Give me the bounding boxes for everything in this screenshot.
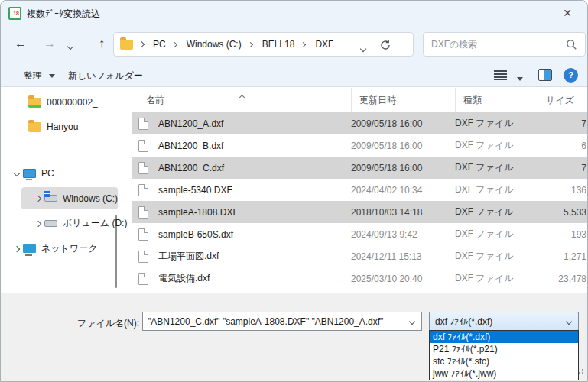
chevron-right-icon — [300, 41, 306, 47]
table-row[interactable]: ABN1200_B.dxf 2009/05/18 16:00 DXF ファイル … — [132, 134, 588, 157]
drive-icon — [44, 195, 57, 202]
chevron-down-icon — [67, 44, 73, 50]
table-row[interactable]: sampleA-1808.DXF 2018/10/03 14:18 DXF ファ… — [132, 201, 588, 223]
chevron-down-icon — [360, 46, 366, 52]
sidebar-quick-access: 000000002_ Hanyou — [1, 90, 132, 139]
search-input[interactable] — [431, 37, 561, 51]
chevron-down-icon[interactable] — [409, 318, 415, 324]
sidebar-item[interactable]: ネットワーク — [1, 236, 132, 261]
chevron-right-icon — [248, 41, 253, 47]
file-icon — [138, 184, 148, 196]
table-row[interactable]: ABN1200_C.dxf 2009/05/18 16:00 DXF ファイル … — [132, 157, 588, 179]
file-icon — [138, 162, 148, 174]
filetype-combobox[interactable]: dxf ﾌｧｲﾙ(*.dxf) — [429, 312, 579, 331]
up-button[interactable]: ↑ — [91, 31, 112, 57]
back-icon: ← — [15, 37, 27, 50]
filetype-dropdown: dxf ﾌｧｲﾙ(*.dxf) P21 ﾌｧｲﾙ(*.p21) sfc ﾌｧｲﾙ… — [429, 330, 579, 380]
organize-button[interactable]: 整理 — [19, 66, 60, 85]
chevron-icon — [34, 220, 41, 226]
list-header: 名前 更新日時 種類 サイズ — [132, 88, 588, 112]
folder-icon — [120, 40, 133, 50]
folder-icon — [28, 122, 41, 132]
tree-expander[interactable] — [10, 247, 23, 251]
window-chrome: 18 複数ﾃﾞｰﾀ変換読込 ✕ ← → ↑ — [1, 1, 588, 87]
caret-down-icon — [49, 74, 55, 78]
sidebar-item[interactable]: PC — [1, 160, 132, 186]
preview-pane-icon[interactable] — [538, 69, 552, 81]
close-button[interactable]: ✕ — [558, 5, 577, 21]
dropdown-option[interactable]: dxf ﾌｧｲﾙ(*.dxf) — [430, 331, 578, 343]
chevron-down-icon — [566, 318, 572, 324]
table-row[interactable]: sampleB-650S.dxf 2024/09/13 9:42 DXF ファイ… — [132, 223, 588, 245]
command-bar: 整理 新しいフォルダー ? — [1, 63, 588, 86]
breadcrumb-item[interactable]: BELL18 — [258, 37, 311, 51]
file-icon — [138, 118, 148, 130]
dropdown-option[interactable]: sfc ﾌｧｲﾙ(*.sfc) — [430, 355, 578, 367]
caret-down-icon — [517, 77, 523, 81]
refresh-icon — [379, 39, 391, 51]
up-icon: ↑ — [99, 37, 105, 50]
chevron-icon — [13, 170, 19, 176]
new-folder-button[interactable]: 新しいフォルダー — [63, 66, 148, 85]
file-icon — [138, 206, 148, 219]
file-rows: ABN1200_A.dxf 2009/05/18 16:00 DXF ファイル … — [132, 112, 588, 290]
column-header-size[interactable]: サイズ — [538, 88, 588, 112]
search-icon — [566, 39, 577, 50]
breadcrumb-item[interactable]: Windows (C:) — [182, 37, 258, 51]
column-header-date[interactable]: 更新日時 — [351, 88, 455, 112]
table-row[interactable]: 工場平面図.dxf 2024/12/11 15:13 DXF ファイル 1,27… — [132, 245, 588, 267]
dropdown-option[interactable]: jww ﾌｧｲﾙ(*.jww) — [430, 367, 578, 380]
column-header-type[interactable]: 種類 — [455, 88, 538, 112]
window-title: 複数ﾃﾞｰﾀ変換読込 — [27, 8, 100, 21]
back-button[interactable]: ← — [10, 31, 31, 57]
folder-icon — [28, 98, 41, 108]
refresh-button[interactable] — [379, 39, 391, 51]
sidebar-item[interactable]: Hanyou — [1, 115, 132, 139]
forward-icon: → — [44, 37, 56, 50]
chevron-icon — [34, 195, 41, 201]
app-icon: 18 — [8, 7, 21, 20]
chevron-right-icon — [138, 41, 145, 47]
table-row[interactable]: 電気設備.dxf 2025/03/10 20:40 DXF ファイル 23,47… — [132, 267, 588, 290]
breadcrumb-item[interactable]: DXF — [310, 37, 338, 51]
column-header-name[interactable]: 名前 — [146, 88, 351, 112]
chevron-right-icon — [172, 41, 177, 47]
resize-grip-icon[interactable] — [582, 369, 583, 371]
filename-label: ファイル名(N): — [77, 317, 139, 330]
drive-icon — [23, 244, 36, 253]
sidebar-item[interactable]: Windows (C:) — [1, 186, 132, 211]
sidebar-item[interactable]: ボリューム (D:) — [1, 211, 132, 236]
dropdown-option[interactable]: P21 ﾌｧｲﾙ(*.p21) — [430, 343, 578, 355]
view-options-button[interactable] — [512, 73, 523, 84]
breadcrumb-item[interactable]: PC — [148, 37, 182, 51]
help-button[interactable]: ? — [564, 68, 578, 83]
sidebar-divider — [8, 151, 116, 151]
tree-expander[interactable] — [10, 171, 23, 176]
file-dialog-window: 18 複数ﾃﾞｰﾀ変換読込 ✕ ← → ↑ — [0, 0, 588, 382]
title-bar: 18 複数ﾃﾞｰﾀ変換読込 ✕ — [1, 1, 588, 25]
close-icon: ✕ — [563, 7, 572, 19]
view-list-icon[interactable] — [494, 70, 507, 80]
breadcrumb: PC Windows (C:) BELL18 — [148, 37, 338, 51]
navigation-bar: ← → ↑ PC — [1, 31, 588, 57]
tree-expander[interactable] — [31, 196, 44, 201]
file-icon — [138, 228, 148, 241]
sidebar-item[interactable]: 000000002_ — [1, 90, 132, 115]
sort-ascending-icon — [240, 91, 244, 102]
file-list: 名前 更新日時 種類 サイズ ABN1200_A.dxf 2009/05/18 … — [132, 88, 588, 293]
file-icon — [138, 251, 148, 263]
filename-input[interactable] — [143, 316, 410, 327]
filetype-value: dxf ﾌｧｲﾙ(*.dxf) — [430, 316, 567, 327]
address-dropdown-button[interactable] — [361, 43, 365, 53]
filename-combobox — [142, 312, 422, 331]
sidebar-tree: PC Windows (C:) ボリューム (D:) ネッ — [1, 160, 132, 261]
file-icon — [138, 273, 148, 285]
tree-expander[interactable] — [31, 222, 44, 226]
table-row[interactable]: sample-5340.DXF 2024/04/02 10:34 DXF ファイ… — [132, 179, 588, 201]
file-icon — [138, 140, 148, 152]
table-row[interactable]: ABN1200_A.dxf 2009/05/18 16:00 DXF ファイル … — [132, 112, 588, 134]
forward-button[interactable]: → — [39, 31, 60, 57]
address-bar[interactable]: PC Windows (C:) BELL18 — [113, 32, 414, 57]
recent-locations-button[interactable] — [68, 40, 83, 53]
dialog-footer: ファイル名(N): dxf ﾌｧｲﾙ(*.dxf) dxf ﾌｧｲﾙ(*.dxf… — [1, 293, 588, 382]
